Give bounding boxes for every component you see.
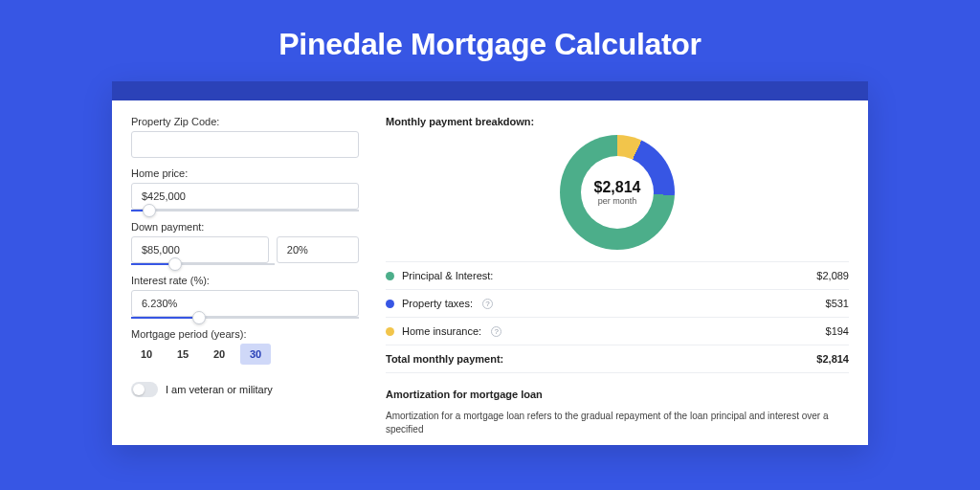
amortization-text: Amortization for a mortgage loan refers … <box>386 410 849 435</box>
down-payment-amount-input[interactable] <box>131 236 269 263</box>
interest-input[interactable] <box>131 290 359 317</box>
calculator-card: Property Zip Code: Home price: Down paym… <box>112 81 868 445</box>
zip-input[interactable] <box>131 131 359 158</box>
period-label: Mortgage period (years): <box>131 328 359 340</box>
period-button-15[interactable]: 15 <box>167 344 198 365</box>
legend-row-total: Total monthly payment: $2,814 <box>386 345 849 373</box>
veteran-label: I am veteran or military <box>166 384 273 395</box>
legend-label-principal: Principal & Interest: <box>402 270 493 281</box>
legend-label-taxes: Property taxes: <box>402 298 473 309</box>
form-column: Property Zip Code: Home price: Down paym… <box>131 116 359 445</box>
donut-center-amount: $2,814 <box>594 179 641 196</box>
legend-dot-green <box>386 272 394 280</box>
card-inner: Property Zip Code: Home price: Down paym… <box>112 100 868 445</box>
legend-label-insurance: Home insurance: <box>402 325 481 337</box>
legend-dot-blue <box>386 300 394 308</box>
veteran-toggle[interactable] <box>131 382 158 397</box>
veteran-row: I am veteran or military <box>131 382 359 397</box>
down-payment-percent-input[interactable] <box>277 236 359 263</box>
interest-slider-fill <box>131 317 199 319</box>
down-payment-field: Down payment: <box>131 221 359 265</box>
info-icon[interactable]: ? <box>482 299 493 309</box>
period-button-group: 10 15 20 30 <box>131 344 359 365</box>
down-payment-slider[interactable] <box>131 263 275 265</box>
interest-slider-thumb[interactable] <box>192 311 206 324</box>
page-root: Pinedale Mortgage Calculator Property Zi… <box>0 0 980 490</box>
legend-value-taxes: $531 <box>826 298 849 309</box>
page-title: Pinedale Mortgage Calculator <box>278 27 701 62</box>
legend-value-principal: $2,089 <box>816 270 849 281</box>
period-field: Mortgage period (years): 10 15 20 30 <box>131 328 359 365</box>
interest-label: Interest rate (%): <box>131 275 359 286</box>
legend-row-taxes: Property taxes: ? $531 <box>386 290 849 318</box>
interest-slider[interactable] <box>131 317 359 319</box>
interest-field: Interest rate (%): <box>131 275 359 319</box>
home-price-slider-thumb[interactable] <box>143 204 156 217</box>
amortization-title: Amortization for mortgage loan <box>386 389 849 400</box>
breakdown-title: Monthly payment breakdown: <box>386 116 849 127</box>
home-price-field: Home price: <box>131 167 359 212</box>
period-button-20[interactable]: 20 <box>204 344 234 365</box>
legend-dot-yellow <box>386 327 394 336</box>
home-price-slider[interactable] <box>131 210 359 212</box>
down-payment-label: Down payment: <box>131 221 359 233</box>
period-button-10[interactable]: 10 <box>131 344 162 365</box>
donut-center-caption: per month <box>594 196 641 206</box>
legend-value-insurance: $194 <box>826 325 849 337</box>
zip-field: Property Zip Code: <box>131 116 359 158</box>
legend: Principal & Interest: $2,089 Property ta… <box>386 261 849 373</box>
donut-chart: $2,814 per month <box>560 135 675 250</box>
info-icon[interactable]: ? <box>491 326 501 337</box>
donut-chart-wrap: $2,814 per month <box>386 135 849 250</box>
home-price-input[interactable] <box>131 183 359 210</box>
down-payment-slider-thumb[interactable] <box>168 257 182 271</box>
breakdown-column: Monthly payment breakdown: $2,814 per mo… <box>386 116 849 445</box>
legend-row-principal: Principal & Interest: $2,089 <box>386 262 849 290</box>
legend-row-insurance: Home insurance: ? $194 <box>386 318 849 345</box>
home-price-label: Home price: <box>131 167 359 179</box>
legend-value-total: $2,814 <box>816 353 849 365</box>
legend-label-total: Total monthly payment: <box>386 353 503 365</box>
zip-label: Property Zip Code: <box>131 116 359 127</box>
period-button-30[interactable]: 30 <box>240 344 271 365</box>
donut-center: $2,814 per month <box>594 179 641 206</box>
